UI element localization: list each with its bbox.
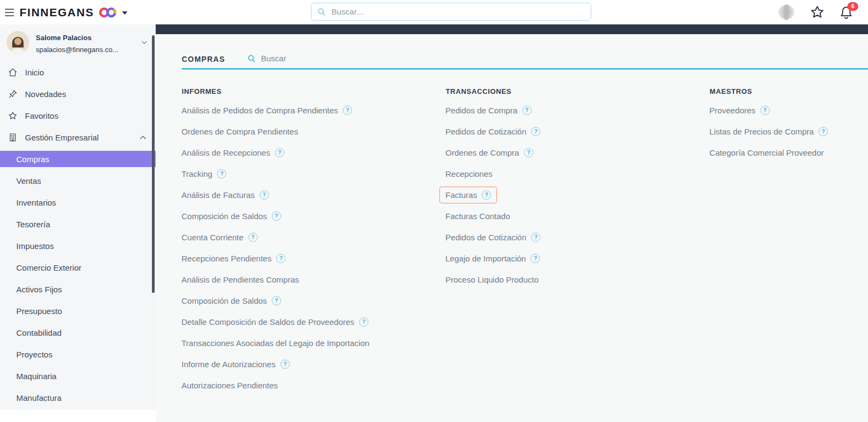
menu-item-label: Composición de Saldos bbox=[182, 212, 267, 221]
menu-item-categoria-comercial-proveedor[interactable]: Categoría Comercial Proveedor bbox=[704, 144, 830, 161]
menu-item-recepciones[interactable]: Recepciones bbox=[439, 165, 499, 182]
menu-item-facturas[interactable]: Facturas? bbox=[439, 187, 497, 203]
menu-item-row: Ordenes de Compra? bbox=[446, 142, 710, 163]
menu-item-row: Análisis de Recepciones? bbox=[182, 142, 446, 163]
menu-item-ordenes-de-compra-pendientes[interactable]: Ordenes de Compra Pendientes bbox=[176, 123, 304, 140]
hamburger-menu-icon[interactable] bbox=[5, 9, 14, 18]
sidebar-item-inicio[interactable]: Inicio bbox=[0, 61, 156, 83]
menu-item-analisis-de-recepciones[interactable]: Análisis de Recepciones? bbox=[176, 144, 290, 161]
brand-logo[interactable]: FINNEGANS bbox=[20, 0, 127, 24]
menu-item-composicion-de-saldos[interactable]: Composición de Saldos? bbox=[176, 292, 288, 309]
menu-item-label: Informe de Autorizaciones bbox=[182, 360, 276, 369]
avatar bbox=[7, 31, 29, 56]
help-icon[interactable]: ? bbox=[276, 254, 285, 263]
menu-column-header: TRANSACCIONES bbox=[446, 86, 710, 100]
menu-item-analisis-de-pendientes-compras[interactable]: Análisis de Pendientes Compras bbox=[176, 271, 305, 288]
sidebar-item-gestion-empresarial[interactable]: Gestión Empresarial bbox=[0, 126, 156, 148]
favorites-star-icon[interactable] bbox=[809, 4, 825, 20]
sidebar-scrollbar[interactable] bbox=[152, 35, 155, 293]
help-icon[interactable]: ? bbox=[531, 127, 540, 136]
menu-item-row: Ordenes de Compra Pendientes bbox=[182, 121, 446, 142]
menu-item-pedidos-de-cotizacion[interactable]: Pedidos de Cotización? bbox=[439, 229, 546, 246]
help-icon[interactable]: ? bbox=[260, 190, 269, 200]
menu-item-proceso-liquido-producto[interactable]: Proceso Liquido Producto bbox=[439, 271, 545, 288]
star-icon bbox=[8, 111, 18, 121]
menu-item-legajo-de-importacion[interactable]: Legajo de Importación? bbox=[439, 250, 546, 267]
app: FINNEGANS bbox=[0, 0, 868, 422]
menu-item-cuenta-corriente[interactable]: Cuenta Corriente? bbox=[176, 229, 264, 246]
menu-column-header: MAESTROS bbox=[710, 86, 868, 100]
help-icon[interactable]: ? bbox=[272, 296, 281, 305]
menu-item-pedidos-de-compra[interactable]: Pedidos de Compra? bbox=[439, 102, 538, 119]
sidebar-item-compras[interactable]: Compras bbox=[0, 148, 156, 170]
menu-item-label: Pedidos de Compra bbox=[445, 106, 518, 115]
user-info: Salome Palacios spalacios@finnegans.co..… bbox=[36, 34, 134, 54]
sidebar-item-manufactura[interactable]: Manufactura bbox=[0, 387, 156, 408]
menu-item-composicion-de-saldos[interactable]: Composición de Saldos? bbox=[176, 208, 288, 225]
sidebar-item-ventas[interactable]: Ventas bbox=[0, 170, 156, 191]
globe-icon[interactable] bbox=[777, 3, 796, 22]
menu-item-detalle-composicion-de-saldos-de-proveedores[interactable]: Detalle Composición de Saldos de Proveed… bbox=[176, 314, 375, 330]
help-icon[interactable]: ? bbox=[522, 106, 532, 115]
help-icon[interactable]: ? bbox=[272, 212, 281, 221]
menu-item-label: Facturas Contado bbox=[445, 212, 510, 221]
help-icon[interactable]: ? bbox=[248, 233, 258, 242]
sidebar-item-activos-fijos[interactable]: Activos Fijos bbox=[0, 278, 156, 300]
sidebar-item-contabilidad[interactable]: Contabilidad bbox=[0, 322, 156, 343]
menu-item-label: Legajo de Importación bbox=[445, 254, 526, 263]
sidebar-item-proyectos[interactable]: Proyectos bbox=[0, 343, 156, 365]
menu-column-informes: INFORMESAnálisis de Pedidos de Compra Pe… bbox=[182, 86, 446, 396]
menu-item-label: Análisis de Recepciones bbox=[182, 148, 270, 157]
brand-caret-icon[interactable] bbox=[122, 11, 127, 15]
notifications-bell-icon[interactable]: 6 bbox=[839, 5, 854, 20]
help-icon[interactable]: ? bbox=[217, 169, 226, 178]
menu-item-analisis-de-facturas[interactable]: Análisis de Facturas? bbox=[176, 187, 275, 203]
menu-item-transacciones-asociadas-del-legajo-de-importacion[interactable]: Transacciones Asociadas del Legajo de Im… bbox=[176, 335, 375, 351]
sidebar-item-label: Gestión Empresarial bbox=[25, 133, 99, 142]
menu-item-autorizaciones-pendientes[interactable]: Autorizaciones Pendientes bbox=[176, 377, 284, 394]
sidebar-item-impuestos[interactable]: Impuestos bbox=[0, 235, 156, 257]
menu-item-label: Análisis de Pendientes Compras bbox=[182, 275, 299, 284]
sidebar-item-tesoreria[interactable]: Tesorería bbox=[0, 213, 156, 235]
help-icon[interactable]: ? bbox=[531, 254, 540, 263]
menu-item-proveedores[interactable]: Proveedores? bbox=[704, 102, 776, 119]
menu-item-row: Tracking? bbox=[182, 163, 446, 184]
menu-item-tracking[interactable]: Tracking? bbox=[176, 165, 233, 182]
menu-item-pedidos-de-cotizacion[interactable]: Pedidos de Cotización? bbox=[439, 123, 546, 140]
sidebar-item-presupuesto[interactable]: Presupuesto bbox=[0, 300, 156, 322]
sidebar-item-comercio-exterior[interactable]: Comercio Exterior bbox=[0, 257, 156, 278]
user-card[interactable]: Salome Palacios spalacios@finnegans.co..… bbox=[0, 24, 156, 61]
help-icon[interactable]: ? bbox=[482, 190, 491, 200]
menu-item-row: Legajo de Importación? bbox=[446, 248, 710, 269]
help-icon[interactable]: ? bbox=[359, 317, 368, 327]
global-search[interactable] bbox=[311, 3, 591, 21]
menu-item-label: Ordenes de Compra bbox=[445, 148, 519, 157]
sidebar-item-favoritos[interactable]: Favoritos bbox=[0, 105, 156, 126]
help-icon[interactable]: ? bbox=[819, 127, 828, 136]
sidebar-subitem-label: Contabilidad bbox=[16, 328, 61, 337]
sidebar-item-maquinaria[interactable]: Maquinaria bbox=[0, 365, 156, 387]
infinity-logo-icon bbox=[98, 6, 118, 19]
chevron-down-icon[interactable] bbox=[141, 39, 148, 48]
help-icon[interactable]: ? bbox=[524, 148, 533, 157]
sidebar-item-novedades[interactable]: Novedades bbox=[0, 83, 156, 105]
menu-item-row: Autorizaciones Pendientes bbox=[182, 375, 446, 396]
menu-item-label: Recepciones Pendientes bbox=[182, 254, 272, 263]
menu-item-analisis-de-pedidos-de-compra-pendientes[interactable]: Análisis de Pedidos de Compra Pendientes… bbox=[176, 102, 359, 119]
notification-badge: 6 bbox=[847, 2, 858, 11]
menu-item-facturas-contado[interactable]: Facturas Contado bbox=[439, 208, 516, 225]
global-search-input[interactable] bbox=[330, 7, 585, 17]
menu-item-row: Detalle Composición de Saldos de Proveed… bbox=[182, 311, 446, 333]
help-icon[interactable]: ? bbox=[343, 106, 352, 115]
help-icon[interactable]: ? bbox=[275, 148, 284, 157]
help-icon[interactable]: ? bbox=[761, 106, 770, 115]
help-icon[interactable]: ? bbox=[531, 233, 540, 242]
sidebar-item-inventarios[interactable]: Inventarios bbox=[0, 191, 156, 213]
menu-item-ordenes-de-compra[interactable]: Ordenes de Compra? bbox=[439, 144, 539, 161]
menu-item-listas-de-precios-de-compra[interactable]: Listas de Precios de Compra? bbox=[704, 123, 834, 140]
module-title: COMPRAS bbox=[182, 55, 225, 63]
menu-item-informe-de-autorizaciones[interactable]: Informe de Autorizaciones? bbox=[176, 356, 296, 373]
menu-item-recepciones-pendientes[interactable]: Recepciones Pendientes? bbox=[176, 250, 292, 267]
help-icon[interactable]: ? bbox=[280, 360, 290, 369]
module-search[interactable]: Buscar bbox=[247, 54, 286, 63]
